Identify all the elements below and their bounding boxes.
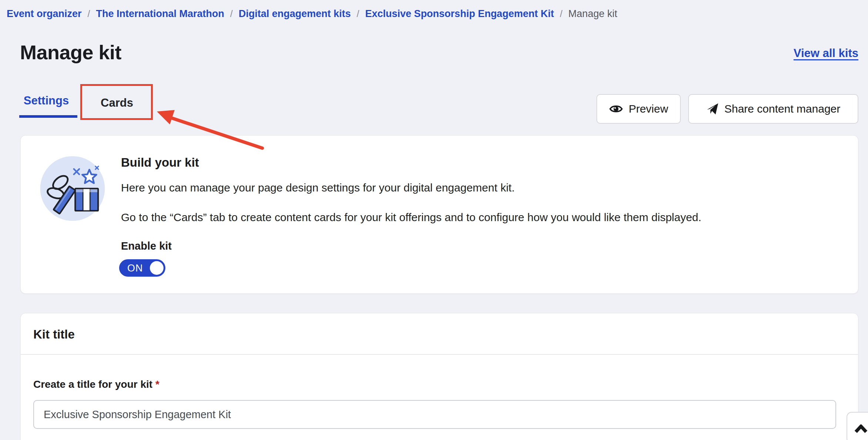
breadcrumb-separator: /	[88, 9, 90, 19]
page-title: Manage kit	[20, 41, 121, 64]
breadcrumb-item-kit[interactable]: Exclusive Sponsorship Engagement Kit	[365, 8, 554, 20]
kit-title-field-label: Create a title for your kit*	[33, 379, 159, 390]
tab-settings[interactable]: Settings	[20, 95, 72, 106]
breadcrumb-separator: /	[230, 9, 233, 19]
build-kit-title: Build your kit	[121, 156, 199, 170]
chevron-up-icon	[854, 424, 868, 433]
breadcrumb-item-digital-engagement-kits[interactable]: Digital engagement kits	[239, 8, 351, 20]
share-content-manager-button[interactable]: Share content manager	[688, 94, 858, 124]
gift-box-icon	[39, 155, 106, 222]
breadcrumb-item-current: Manage kit	[568, 8, 617, 20]
tab-settings-active-underline	[19, 115, 77, 118]
kit-title-heading: Kit title	[33, 327, 75, 341]
breadcrumb-separator: /	[357, 9, 359, 19]
required-asterisk: *	[155, 379, 159, 390]
build-kit-description-1: Here you can manage your page design set…	[121, 181, 515, 194]
enable-kit-toggle[interactable]: ON	[119, 259, 165, 277]
eye-icon	[609, 104, 623, 114]
toggle-state-label: ON	[127, 262, 143, 274]
view-all-kits-link[interactable]: View all kits	[794, 47, 858, 60]
scroll-to-top-button[interactable]	[847, 412, 868, 440]
breadcrumb-item-event[interactable]: The International Marathon	[96, 8, 225, 20]
breadcrumb-item-event-organizer[interactable]: Event organizer	[7, 8, 82, 20]
toggle-knob	[150, 261, 164, 275]
kit-title-input[interactable]	[33, 400, 836, 429]
share-button-label: Share content manager	[724, 103, 841, 115]
preview-button[interactable]: Preview	[596, 94, 681, 124]
enable-kit-label: Enable kit	[121, 240, 172, 252]
preview-button-label: Preview	[629, 103, 668, 115]
breadcrumb: Event organizer / The International Mara…	[7, 8, 617, 20]
breadcrumb-separator: /	[560, 9, 562, 19]
build-kit-description-2: Go to the “Cards” tab to create content …	[121, 211, 702, 224]
annotation-highlight-box	[80, 84, 153, 120]
paper-plane-icon	[706, 103, 719, 115]
kit-title-divider	[20, 354, 858, 355]
field-label-text: Create a title for your kit	[33, 379, 152, 390]
